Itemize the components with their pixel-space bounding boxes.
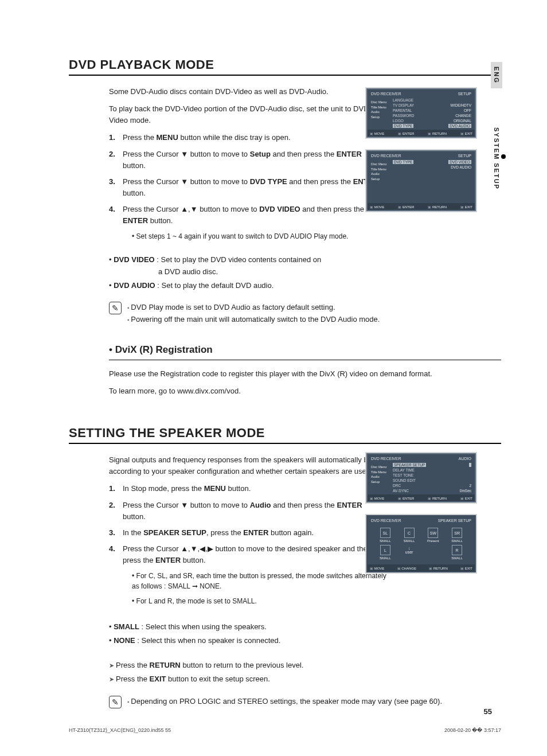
print-footer: HT-Z310(TZ312)_XAC(ENG)_0220.ind55 55 20…	[69, 727, 501, 733]
note-icon-2: ✎	[109, 696, 122, 708]
sp-step-1: 1.In Stop mode, press the MENU button.	[109, 483, 386, 494]
tab-section: SYSTEM SETUP	[491, 123, 509, 194]
side-tabs: ENG SYSTEM SETUP	[491, 62, 507, 194]
note-speaker: Depending on PRO LOGIC and STEREO settin…	[127, 696, 442, 708]
note-2: Powering off the main unit will automati…	[127, 314, 380, 326]
sp-step-2: 2.Press the Cursor ▼ button to move to A…	[109, 500, 386, 523]
sp-step-4: 4.Press the Cursor ▲,▼,◀,▶ button to mov…	[109, 543, 386, 566]
note-icon: ✎	[109, 302, 122, 314]
footer-filename: HT-Z310(TZ312)_XAC(ENG)_0220.ind55 55	[69, 727, 171, 733]
osd-side-tabs: Disc MenuTitle MenuAudioSetup	[371, 98, 393, 128]
sp-step-4-sub2: For L and R, the mode is set to SMALL.	[132, 596, 386, 606]
heading-divx: DviX (R) Registration	[109, 342, 501, 357]
dot-icon	[501, 154, 506, 159]
step-1: 1.Press the MENU button while the disc t…	[109, 132, 386, 143]
exit-instruction: Press the EXIT button to exit the setup …	[109, 673, 386, 685]
osd-footer: MOVEENTERRETURNEXIT	[368, 130, 475, 137]
heading-speaker-mode: SETTING THE SPEAKER MODE	[69, 426, 501, 441]
sec2-body: Signal outputs and frequency responses f…	[109, 454, 386, 685]
return-instruction: Press the RETURN button to return to the…	[109, 660, 386, 672]
step-4-sub: Set steps 1 ~ 4 again if you want to swi…	[132, 231, 386, 241]
rule-sub	[109, 360, 501, 360]
footer-timestamp: 2008-02-20 �� 3:57:17	[444, 727, 501, 733]
osd-brand: DVD RECEIVER	[371, 92, 401, 96]
osd-column-bottom: DVD RECEIVERAUDIO Disc MenuTitle MenuAud…	[365, 452, 477, 584]
tab-section-label: SYSTEM SETUP	[493, 127, 500, 190]
rule	[69, 75, 501, 76]
tab-language: ENG	[491, 62, 502, 88]
option-dvd-video: DVD VIDEO : Set to play the DVD video co…	[109, 254, 386, 277]
osd-dvdtype-screen: DVD RECEIVERSETUP Disc MenuTitle MenuAud…	[365, 149, 477, 212]
sp-step-3: 3.In the SPEAKER SETUP, press the ENTER …	[109, 527, 386, 539]
divx-text-1: Please use the Registration code to regi…	[109, 368, 444, 380]
osd-speaker-screen: DVD RECEIVERSPEAKER SETUP SLSMALL CSMALL…	[365, 514, 477, 574]
speaker-layout-grid: SLSMALL CSMALL SWPresent SRSMALL LSMALL …	[371, 524, 471, 563]
option-none: NONE : Select this when no speaker is co…	[109, 635, 386, 646]
note-block-2: ✎ Depending on PRO LOGIC and STEREO sett…	[109, 696, 501, 708]
osd-audio-screen: DVD RECEIVERAUDIO Disc MenuTitle MenuAud…	[365, 452, 477, 504]
intro-text-2: To play back the DVD-Video portion of th…	[109, 103, 386, 126]
divx-text-2: To learn more, go to www.divx.com/vod.	[109, 385, 444, 397]
osd-setup-screen: DVD RECEIVERSETUP Disc MenuTitle MenuAud…	[365, 87, 477, 139]
heading-dvd-playback: DVD PLAYBACK MODE	[69, 57, 501, 72]
option-dvd-audio: DVD AUDIO : Set to play the default DVD …	[109, 280, 386, 291]
osd-header: SETUP	[458, 92, 471, 96]
intro-text: Some DVD-Audio discs contain DVD-Video a…	[109, 86, 386, 98]
sp-step-4-sub1: For C, SL, and SR, each time the button …	[132, 571, 386, 591]
osd-menu-list: LANGUAGE TV DISPLAYWIDE/HDTV PARENTALOFF…	[393, 98, 471, 128]
osd-column-top: DVD RECEIVERSETUP Disc MenuTitle MenuAud…	[365, 87, 477, 223]
note-1: DVD Play mode is set to DVD Audio as fac…	[127, 302, 380, 314]
sec1-body: Some DVD-Audio discs contain DVD-Video a…	[109, 86, 386, 291]
step-3: 3.Press the Cursor ▼ button to move to D…	[109, 176, 386, 199]
option-small: SMALL : Select this when using the speak…	[109, 621, 386, 633]
step-2: 2.Press the Cursor ▼ button to move to S…	[109, 149, 386, 172]
step-4: 4.Press the Cursor ▲,▼ button to move to…	[109, 204, 386, 227]
page-number: 55	[484, 707, 492, 716]
rule-2	[69, 443, 501, 444]
manual-page: ENG SYSTEM SETUP DVD PLAYBACK MODE Some …	[0, 0, 547, 756]
note-block-1: ✎ DVD Play mode is set to DVD Audio as f…	[109, 302, 501, 326]
